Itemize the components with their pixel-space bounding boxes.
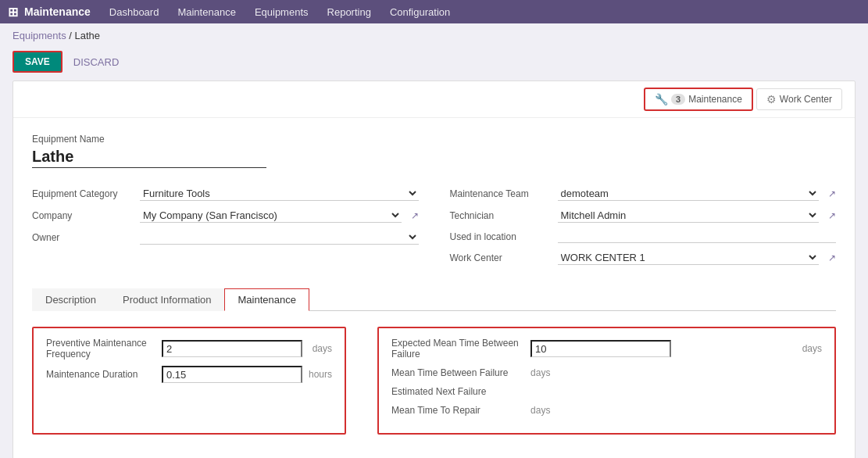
expected-mtbf-unit: days bbox=[802, 343, 822, 354]
maintenance-right-box: Expected Mean Time Between Failure days … bbox=[377, 327, 836, 435]
maintenance-label: Maintenance bbox=[688, 94, 742, 105]
owner-dropdown[interactable] bbox=[140, 231, 419, 245]
nav-maintenance[interactable]: Maintenance bbox=[174, 5, 238, 20]
mttr-label: Mean Time To Repair bbox=[391, 405, 524, 416]
work-center-label: Work Center bbox=[780, 94, 832, 105]
maintenance-duration-unit: hours bbox=[309, 369, 332, 380]
mtbf-unit: days bbox=[530, 367, 550, 378]
maintenance-button[interactable]: 🔧 3 Maintenance bbox=[644, 88, 753, 111]
equipment-category-row: Equipment Category Furniture Tools bbox=[32, 187, 419, 201]
wrench-icon: 🔧 bbox=[655, 93, 668, 106]
estimated-next-failure-label: Estimated Next Failure bbox=[391, 386, 524, 397]
form-right-column: Maintenance Team demoteam ↗ Technician M… bbox=[450, 187, 837, 273]
company-row: Company My Company (San Francisco) ↗ bbox=[32, 209, 419, 223]
tab-maintenance[interactable]: Maintenance bbox=[224, 288, 309, 311]
maintenance-team-select[interactable]: demoteam bbox=[558, 187, 820, 200]
breadcrumb: Equipments / Lathe bbox=[0, 23, 868, 48]
technician-dropdown[interactable]: Mitchell Admin bbox=[558, 209, 820, 223]
form-tabs: Description Product Information Maintena… bbox=[32, 288, 836, 311]
maintenance-duration-row: Maintenance Duration hours bbox=[46, 366, 332, 383]
save-button[interactable]: SAVE bbox=[13, 51, 63, 73]
preventive-freq-label: Preventive Maintenance Frequency bbox=[46, 338, 155, 360]
owner-select[interactable] bbox=[140, 231, 419, 244]
equipment-name-input[interactable] bbox=[32, 148, 266, 168]
breadcrumb-parent[interactable]: Equipments bbox=[13, 30, 66, 41]
company-dropdown[interactable]: My Company (San Francisco) bbox=[140, 209, 402, 223]
work-center-field-label: Work Center bbox=[450, 252, 552, 263]
technician-select[interactable]: Mitchell Admin bbox=[558, 209, 820, 222]
nav-equipments[interactable]: Equipments bbox=[252, 5, 312, 20]
equipment-category-label: Equipment Category bbox=[32, 188, 134, 199]
maintenance-duration-label: Maintenance Duration bbox=[46, 369, 155, 380]
form-left-column: Equipment Category Furniture Tools Compa… bbox=[32, 187, 419, 273]
owner-row: Owner bbox=[32, 231, 419, 245]
estimated-next-failure-row: Estimated Next Failure bbox=[391, 386, 822, 397]
equipment-category-dropdown[interactable]: Furniture Tools bbox=[140, 187, 419, 201]
work-center-row: Work Center WORK CENTER 1 ↗ bbox=[450, 251, 837, 265]
maintenance-duration-input[interactable] bbox=[162, 366, 302, 383]
technician-row: Technician Mitchell Admin ↗ bbox=[450, 209, 837, 223]
nav-dashboard[interactable]: Dashboard bbox=[106, 5, 163, 20]
technician-label: Technician bbox=[450, 210, 552, 221]
grid-icon: ⊞ bbox=[8, 5, 18, 20]
maintenance-team-label: Maintenance Team bbox=[450, 188, 552, 199]
breadcrumb-separator: / bbox=[69, 30, 74, 41]
discard-button[interactable]: DISCARD bbox=[69, 52, 124, 72]
maintenance-team-dropdown[interactable]: demoteam bbox=[558, 187, 820, 201]
mtbf-row: Mean Time Between Failure days bbox=[391, 367, 822, 378]
mttr-unit: days bbox=[530, 405, 550, 416]
preventive-freq-input[interactable] bbox=[162, 340, 302, 357]
expected-mtbf-input[interactable] bbox=[530, 340, 671, 357]
company-select[interactable]: My Company (San Francisco) bbox=[140, 209, 402, 222]
card-topbar: 🔧 3 Maintenance ⚙ Work Center bbox=[13, 81, 855, 118]
tab-description[interactable]: Description bbox=[32, 288, 109, 311]
tab-product-information[interactable]: Product Information bbox=[109, 288, 224, 311]
form-columns: Equipment Category Furniture Tools Compa… bbox=[32, 187, 836, 273]
technician-ext-link-icon[interactable]: ↗ bbox=[828, 210, 836, 221]
form-area: Equipment Name Equipment Category Furnit… bbox=[13, 118, 855, 458]
maintenance-left-box: Preventive Maintenance Frequency days Ma… bbox=[32, 327, 346, 435]
app-logo[interactable]: ⊞ Maintenance bbox=[8, 5, 91, 20]
preventive-freq-row: Preventive Maintenance Frequency days bbox=[46, 338, 332, 360]
expected-mtbf-label: Expected Mean Time Between Failure bbox=[391, 338, 524, 360]
mttr-row: Mean Time To Repair days bbox=[391, 405, 822, 416]
gear-icon: ⚙ bbox=[766, 93, 777, 106]
equipment-category-select[interactable]: Furniture Tools bbox=[140, 187, 419, 200]
expected-mtbf-row: Expected Mean Time Between Failure days bbox=[391, 338, 822, 360]
maintenance-team-ext-link-icon[interactable]: ↗ bbox=[828, 188, 836, 199]
maintenance-tab-content: Preventive Maintenance Frequency days Ma… bbox=[32, 311, 836, 450]
main-card: 🔧 3 Maintenance ⚙ Work Center Equipment … bbox=[13, 81, 855, 458]
work-center-dropdown[interactable]: WORK CENTER 1 bbox=[558, 251, 820, 265]
equipment-name-label: Equipment Name bbox=[32, 134, 836, 145]
nav-links: Dashboard Maintenance Equipments Reporti… bbox=[106, 5, 453, 20]
used-in-location-row: Used in location bbox=[450, 231, 837, 243]
company-ext-link-icon[interactable]: ↗ bbox=[411, 210, 419, 221]
work-center-select[interactable]: WORK CENTER 1 bbox=[558, 251, 820, 264]
maintenance-count: 3 bbox=[671, 94, 685, 105]
used-in-location-input[interactable] bbox=[558, 231, 837, 242]
action-bar: SAVE DISCARD bbox=[0, 48, 868, 76]
nav-reporting[interactable]: Reporting bbox=[324, 5, 374, 20]
used-in-location-dropdown[interactable] bbox=[558, 231, 837, 243]
owner-label: Owner bbox=[32, 232, 134, 243]
company-label: Company bbox=[32, 210, 134, 221]
work-center-ext-link-icon[interactable]: ↗ bbox=[828, 252, 836, 263]
used-in-location-label: Used in location bbox=[450, 231, 552, 242]
app-name: Maintenance bbox=[24, 5, 91, 18]
nav-configuration[interactable]: Configuration bbox=[387, 5, 453, 20]
top-navigation: ⊞ Maintenance Dashboard Maintenance Equi… bbox=[0, 0, 868, 23]
maintenance-team-row: Maintenance Team demoteam ↗ bbox=[450, 187, 837, 201]
work-center-button[interactable]: ⚙ Work Center bbox=[756, 88, 842, 110]
preventive-freq-unit: days bbox=[313, 343, 332, 354]
mtbf-label: Mean Time Between Failure bbox=[391, 367, 524, 378]
breadcrumb-current: Lathe bbox=[75, 30, 101, 41]
